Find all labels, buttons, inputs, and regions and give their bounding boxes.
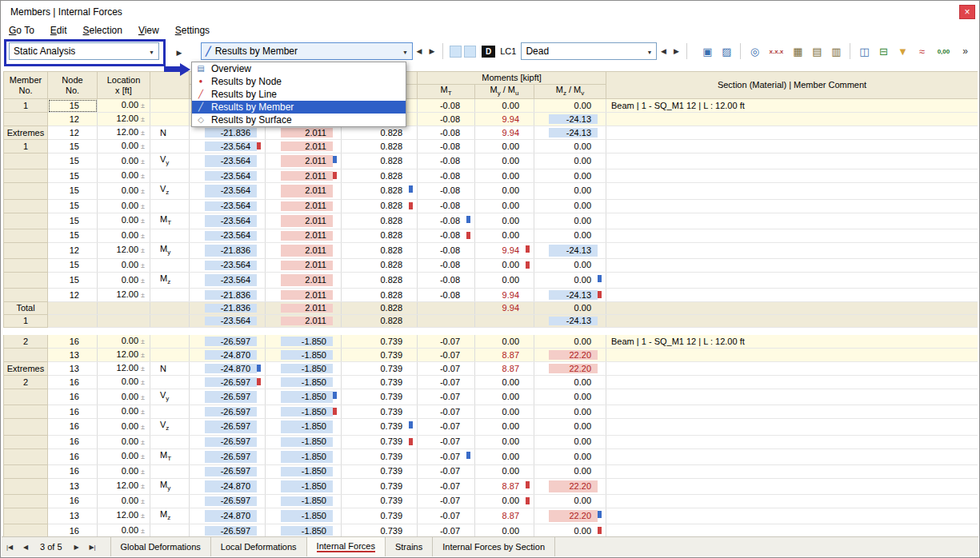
cell-location[interactable]: 0.00± [98,448,150,464]
cell-extreme-type[interactable]: N [150,362,190,376]
cell-vy[interactable]: -1.850 [266,508,342,524]
cell-mt[interactable]: -0.07 [418,335,475,349]
cell-vy[interactable]: -1.850 [266,478,342,494]
cell-my[interactable]: 8.87 [475,362,534,376]
cell-member-no[interactable] [4,289,48,302]
cell-my[interactable]: 9.94 [475,242,534,258]
cell-my[interactable]: 8.87 [475,508,534,524]
cell-extreme-type[interactable]: Vy [150,389,190,405]
cell-vz[interactable]: 0.828 [342,169,418,183]
cell-mt[interactable]: -0.07 [418,478,475,494]
cell-mz[interactable]: 0.00 [534,213,606,229]
cell-n[interactable]: -23.564 [190,199,266,213]
cell-n[interactable]: -23.564 [190,169,266,183]
cell-extreme-type[interactable] [150,494,190,508]
cell-location[interactable]: 0.00± [98,376,150,389]
cell-extreme-type[interactable] [150,229,190,242]
cell-extreme-type[interactable]: MT [150,448,190,464]
table-row[interactable]: 1312.00±My-24.870-1.8500.739-0.078.8722.… [4,478,978,494]
cell-vy[interactable]: -1.850 [266,362,342,376]
cell-node-no[interactable]: 15 [48,199,98,213]
cell-vz[interactable]: 0.739 [342,464,418,478]
cell-mt[interactable]: -0.08 [418,126,475,140]
table-row[interactable]: 1212.00±-21.8362.0110.828-0.089.94-24.13 [4,289,978,302]
cell-mt[interactable]: -0.08 [418,169,475,183]
cell-my[interactable]: 9.94 [475,126,534,140]
cell-n[interactable]: -24.870 [190,478,266,494]
cell-my[interactable]: 0.00 [475,448,534,464]
cell-my[interactable]: 0.00 [475,524,534,536]
cell-n[interactable]: -24.870 [190,508,266,524]
cell-member-no[interactable] [4,508,48,524]
cell-vy[interactable]: -1.850 [266,405,342,419]
table-row[interactable]: Extremes1312.00±N-24.870-1.8500.739-0.07… [4,362,978,376]
cell-n[interactable]: -23.564 [190,213,266,229]
cell-mz[interactable]: 0.00 [534,376,606,389]
previous-load-case-button[interactable]: ◀ [657,42,670,60]
select-results-window-icon[interactable]: ▣ [698,42,717,60]
cell-vy[interactable]: 2.011 [266,199,342,213]
table-row[interactable]: 160.00±-26.597-1.8500.739-0.070.000.00 [4,524,978,536]
cell-comment[interactable] [606,229,978,242]
cell-vz[interactable]: 0.828 [342,153,418,169]
cell-mt[interactable] [418,302,475,315]
cell-my[interactable]: 0.00 [475,183,534,199]
cell-my[interactable]: 9.94 [475,289,534,302]
cell-n[interactable]: -23.564 [190,272,266,288]
cell-mz[interactable]: -24.13 [534,126,606,140]
cell-mt[interactable] [418,315,475,328]
cell-vy[interactable]: 2.011 [266,183,342,199]
table-row[interactable]: 160.00±-26.597-1.8500.739-0.070.000.00 [4,435,978,448]
cell-mz[interactable]: 0.00 [534,258,606,272]
cell-vz[interactable]: 0.828 [342,289,418,302]
cell-member-no[interactable] [4,113,48,126]
cell-mz[interactable]: 0.00 [534,229,606,242]
cell-vy[interactable]: -1.850 [266,376,342,389]
results-mode-select[interactable]: ╱ Results by Member [201,42,413,60]
cell-mt[interactable]: -0.07 [418,389,475,405]
cell-mz[interactable]: 0.00 [534,389,606,405]
go-to-table-button[interactable] [170,42,188,60]
cell-comment[interactable] [606,242,978,258]
cell-vz[interactable]: 0.739 [342,362,418,376]
cell-vz[interactable]: 0.739 [342,524,418,536]
cell-comment[interactable] [606,448,978,464]
cell-mz[interactable]: 0.00 [534,272,606,288]
cell-comment[interactable] [606,213,978,229]
cell-node-no[interactable]: 13 [48,362,98,376]
cell-member-no[interactable]: 2 [4,376,48,389]
decimal-places-icon[interactable]: 0,00 [931,42,955,60]
cell-vy[interactable]: 2.011 [266,213,342,229]
table-row[interactable]: Extremes1212.00±N-21.8362.0110.828-0.089… [4,126,978,140]
cell-comment[interactable] [606,302,978,315]
cell-mz[interactable]: 0.00 [534,99,606,113]
cell-node-no[interactable]: 16 [48,335,98,349]
cell-node-no[interactable]: 16 [48,419,98,435]
cell-extreme-type[interactable]: N [150,126,190,140]
cell-mz[interactable]: 0.00 [534,405,606,419]
cell-mt[interactable]: -0.07 [418,405,475,419]
cell-vz[interactable]: 0.828 [342,258,418,272]
cell-comment[interactable] [606,183,978,199]
cell-mz[interactable]: 0.00 [534,335,606,349]
cell-extreme-type[interactable] [150,113,190,126]
cell-vz[interactable]: 0.828 [342,315,418,328]
cell-member-no[interactable]: Total [4,302,48,315]
cell-mz[interactable]: -24.13 [534,113,606,126]
cell-vy[interactable]: -1.850 [266,335,342,349]
cell-extreme-type[interactable]: MT [150,213,190,229]
cell-vy[interactable]: 2.011 [266,169,342,183]
cell-comment[interactable] [606,199,978,213]
next-member-button[interactable]: ▶ [426,42,438,60]
cell-n[interactable]: -26.597 [190,435,266,448]
cell-node-no[interactable]: 13 [48,478,98,494]
cell-my[interactable]: 0.00 [475,229,534,242]
cell-mz[interactable]: 0.00 [534,524,606,536]
cell-vz[interactable]: 0.828 [342,213,418,229]
cell-extreme-type[interactable] [150,258,190,272]
cell-mz[interactable]: 0.00 [534,419,606,435]
analysis-type-select[interactable]: Static Analysis [9,42,159,60]
table-row[interactable]: 150.00±MT-23.5642.0110.828-0.080.000.00 [4,213,978,229]
cell-mt[interactable]: -0.08 [418,272,475,288]
cell-vz[interactable]: 0.739 [342,494,418,508]
